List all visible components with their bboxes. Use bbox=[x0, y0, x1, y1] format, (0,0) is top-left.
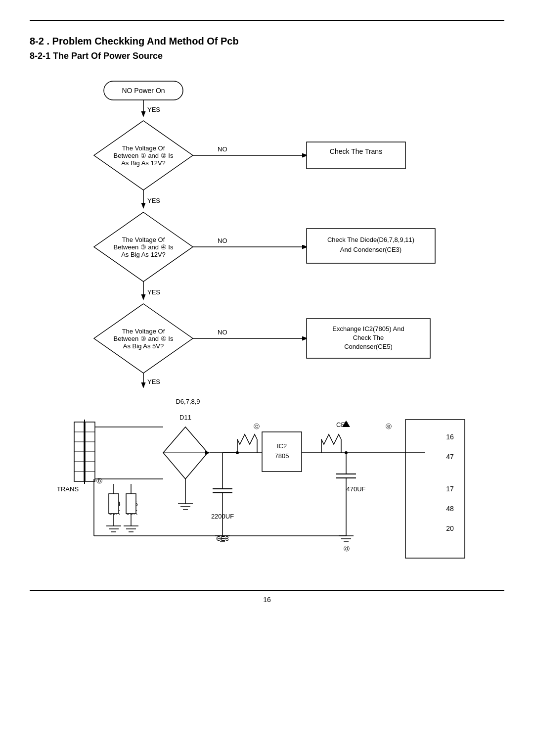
svg-text:47: 47 bbox=[446, 453, 454, 461]
svg-text:TRANS: TRANS bbox=[57, 485, 79, 493]
svg-text:48: 48 bbox=[446, 505, 454, 513]
svg-text:As Big As 12V?: As Big As 12V? bbox=[121, 159, 166, 167]
svg-text:20: 20 bbox=[446, 524, 454, 532]
svg-text:As Big As 5V?: As Big As 5V? bbox=[123, 342, 164, 350]
svg-text:NO: NO bbox=[218, 237, 227, 244]
svg-text:As Big As 12V?: As Big As 12V? bbox=[121, 251, 166, 258]
svg-text:ⓓ: ⓓ bbox=[344, 545, 350, 552]
svg-rect-76 bbox=[126, 494, 136, 514]
circuit-diagram: D6,7,8,9 ⓐ TRANS bbox=[30, 395, 504, 580]
svg-rect-68 bbox=[109, 494, 119, 514]
svg-marker-58 bbox=[205, 451, 210, 455]
flowchart: NO Power On YES The Voltage Of Between ①… bbox=[30, 76, 504, 390]
svg-text:ⓒ: ⓒ bbox=[254, 423, 260, 430]
svg-text:NO Power On: NO Power On bbox=[122, 87, 165, 94]
page: 8-2 . Problem Checkking And Method Of Pc… bbox=[0, 0, 534, 756]
svg-text:Check The Diode(D6,7,8,9,11): Check The Diode(D6,7,8,9,11) bbox=[327, 236, 414, 243]
svg-text:The Voltage Of: The Voltage Of bbox=[122, 328, 165, 335]
svg-text:IC2: IC2 bbox=[277, 442, 287, 450]
svg-text:Condenser(CE5): Condenser(CE5) bbox=[344, 343, 393, 350]
svg-text:The Voltage Of: The Voltage Of bbox=[122, 144, 165, 152]
svg-text:D11: D11 bbox=[179, 414, 191, 421]
svg-text:Exchange IC2(7805) And: Exchange IC2(7805) And bbox=[332, 325, 404, 332]
svg-text:Between ① and ② Is: Between ① and ② Is bbox=[114, 152, 174, 159]
svg-text:NO: NO bbox=[218, 145, 227, 153]
section-title: 8-2 . Problem Checkking And Method Of Pc… bbox=[30, 36, 504, 47]
svg-text:YES: YES bbox=[147, 288, 160, 296]
top-rule bbox=[30, 20, 504, 21]
page-number: 16 bbox=[30, 596, 504, 604]
svg-text:Between ③ and ④ Is: Between ③ and ④ Is bbox=[114, 335, 174, 342]
svg-rect-10 bbox=[307, 142, 405, 169]
svg-text:Check The Trans: Check The Trans bbox=[330, 147, 382, 155]
svg-rect-111 bbox=[405, 420, 465, 558]
svg-text:YES: YES bbox=[147, 106, 160, 113]
svg-text:Between ③ and ④ Is: Between ③ and ④ Is bbox=[114, 243, 174, 251]
bottom-rule bbox=[30, 590, 504, 591]
svg-text:YES: YES bbox=[147, 197, 160, 204]
svg-text:And Condenser(CE3): And Condenser(CE3) bbox=[340, 246, 401, 253]
svg-text:D6,7,8,9: D6,7,8,9 bbox=[176, 398, 200, 405]
svg-text:Check The: Check The bbox=[353, 334, 384, 341]
svg-text:YES: YES bbox=[147, 378, 160, 385]
svg-rect-91 bbox=[262, 432, 302, 472]
svg-text:ⓑ: ⓑ bbox=[96, 477, 102, 484]
svg-text:ⓔ: ⓔ bbox=[386, 423, 392, 430]
svg-text:The Voltage Of: The Voltage Of bbox=[122, 236, 165, 243]
svg-text:NO: NO bbox=[218, 329, 227, 336]
svg-point-110 bbox=[345, 451, 348, 454]
svg-text:470UF: 470UF bbox=[346, 485, 365, 493]
svg-text:17: 17 bbox=[446, 485, 454, 493]
svg-text:16: 16 bbox=[446, 433, 454, 441]
sub-title: 8-2-1 The Part Of Power Source bbox=[30, 51, 504, 61]
svg-text:7805: 7805 bbox=[275, 452, 289, 460]
